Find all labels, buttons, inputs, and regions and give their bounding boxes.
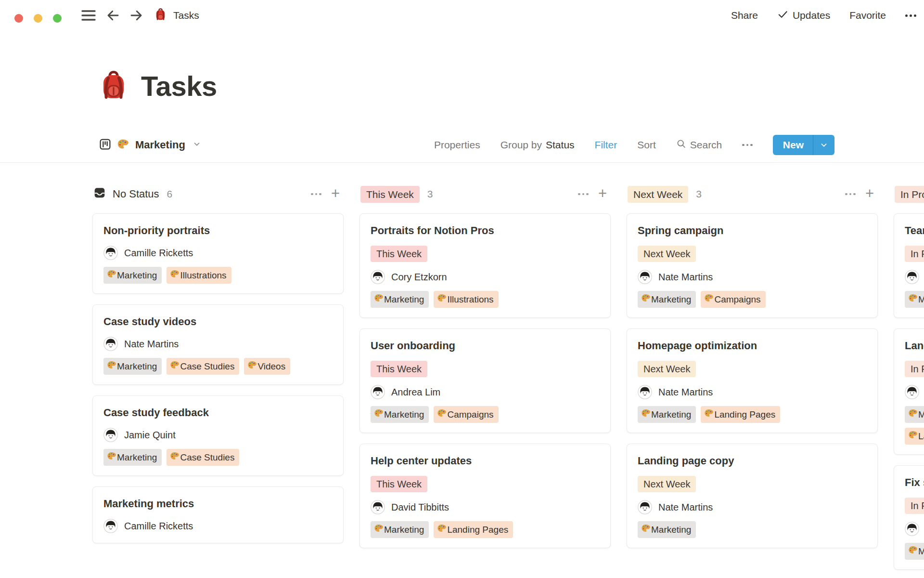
board-card[interactable]: Help center updatesThis WeekDavid Tibbit… — [359, 444, 611, 548]
tag-label: Marketing — [384, 409, 424, 420]
card-tags-row: MarketingLanding Pages — [371, 521, 600, 538]
column-status-pill[interactable]: Next Week — [628, 186, 688, 203]
group-by-button[interactable]: Group byStatus — [500, 139, 575, 151]
column-header: In Progress+ — [894, 185, 924, 203]
board-card[interactable]: Case study videosNate MartinsMarketingCa… — [92, 304, 344, 385]
board-card[interactable]: Non-priority portraitsCamille RickettsMa… — [92, 213, 344, 294]
page-title[interactable]: Tasks — [141, 70, 217, 102]
avatar — [371, 270, 385, 284]
column-cards: Spring campaignNext WeekNate MartinsMark… — [627, 213, 878, 548]
add-card-button[interactable]: + — [331, 186, 340, 201]
tag: Marketing — [638, 406, 696, 423]
palette-icon — [170, 269, 179, 281]
page-backpack-icon[interactable] — [98, 69, 129, 102]
card-title: Case study feedback — [103, 406, 333, 420]
status-tag: In Progress — [905, 498, 924, 514]
tag-label: Illustrations — [447, 294, 493, 305]
tag: Marketing — [905, 406, 924, 423]
card-tags-row: Marketing — [905, 291, 924, 308]
column-actions: + — [311, 187, 340, 201]
zoom-window-button[interactable] — [53, 14, 62, 23]
board-card[interactable]: Portraits for Notion ProsThis WeekCory E… — [359, 213, 611, 318]
board-card[interactable]: LandIn ProgressCMarketingLanding Pages — [894, 328, 924, 455]
tag: Marketing — [371, 291, 429, 308]
view-toolbar: Marketing Properties Group byStatus Filt… — [99, 134, 834, 156]
card-status-row: Next Week — [638, 361, 867, 377]
status-tag: In Progress — [905, 246, 924, 262]
column-status-pill[interactable]: This Week — [360, 186, 420, 203]
tag: Marketing — [905, 543, 924, 560]
board-card[interactable]: TearIn ProgressDMarketing — [894, 213, 924, 318]
tag: Landing Pages — [905, 428, 924, 445]
filter-button[interactable]: Filter — [595, 139, 617, 151]
board-card[interactable]: Spring campaignNext WeekNate MartinsMark… — [627, 213, 878, 318]
favorite-button[interactable]: Favorite — [849, 10, 886, 21]
new-dropdown-chevron-icon[interactable] — [813, 135, 834, 155]
column-options-icon[interactable] — [845, 193, 856, 196]
column-header: No Status6+ — [92, 185, 344, 203]
card-tags-row: Marketing — [638, 521, 867, 538]
column-header: Next Week3+ — [627, 185, 878, 203]
more-options-icon[interactable] — [905, 14, 916, 17]
tag-label: Marketing — [651, 409, 691, 420]
person-name: Camille Ricketts — [124, 248, 193, 259]
kanban-board: No Status6+Non-priority portraitsCamille… — [92, 185, 924, 578]
board-card[interactable]: Landing page copyNext WeekNate MartinsMa… — [627, 444, 878, 548]
palette-icon — [107, 269, 116, 281]
board-card[interactable]: User onboardingThis WeekAndrea LimMarket… — [359, 328, 611, 433]
card-status-row: This Week — [371, 361, 600, 377]
board-card[interactable]: Homepage optimizationNext WeekNate Marti… — [627, 328, 878, 433]
column-actions: + — [845, 187, 874, 201]
person-name: Camille Ricketts — [124, 521, 193, 532]
board-card[interactable]: Marketing metricsCamille Ricketts — [92, 486, 344, 543]
card-person-row: D — [905, 270, 924, 284]
card-title: Tear — [905, 223, 924, 238]
breadcrumb[interactable]: Tasks — [154, 0, 199, 31]
properties-button[interactable]: Properties — [434, 139, 480, 151]
card-tags-row: MarketingLanding Pages — [638, 406, 867, 423]
tag-label: Landing Pages — [714, 409, 775, 420]
card-tags-row: MarketingCampaigns — [638, 291, 867, 308]
add-card-button[interactable]: + — [598, 186, 607, 201]
sort-button[interactable]: Sort — [637, 139, 656, 151]
check-icon — [777, 9, 788, 22]
palette-icon — [107, 451, 116, 463]
close-window-button[interactable] — [14, 14, 23, 23]
back-arrow-icon[interactable] — [106, 0, 120, 31]
column-options-icon[interactable] — [311, 193, 321, 196]
avatar — [103, 337, 118, 351]
avatar — [638, 500, 652, 514]
updates-button[interactable]: Updates — [777, 9, 830, 22]
sidebar-menu-icon[interactable] — [81, 0, 96, 31]
column-title-label: No Status — [113, 188, 159, 200]
status-tag: This Week — [371, 361, 427, 377]
search-button[interactable]: Search — [676, 139, 722, 151]
column-options-icon[interactable] — [578, 193, 589, 196]
new-button[interactable]: New — [773, 135, 834, 155]
add-card-button[interactable]: + — [865, 186, 874, 201]
card-tags-row: Marketing — [905, 543, 924, 560]
card-title: Case study videos — [103, 315, 333, 329]
card-title: Marketing metrics — [103, 497, 333, 511]
forward-arrow-icon[interactable] — [129, 0, 143, 31]
view-options-icon[interactable] — [742, 144, 753, 146]
board-card[interactable]: Case study feedbackJamie QuintMarketingC… — [92, 395, 344, 476]
card-tags-row: MarketingCase Studies — [103, 449, 333, 466]
column-title[interactable]: No Status — [93, 186, 159, 202]
board-card[interactable]: Fix sIn ProgressDMarketing — [894, 465, 924, 570]
column-status-pill[interactable]: In Progress — [895, 186, 924, 203]
column-cards: Non-priority portraitsCamille RickettsMa… — [92, 213, 344, 543]
card-tags-row: MarketingLanding Pages — [905, 406, 924, 445]
card-tags-row: MarketingCase StudiesVideos — [103, 358, 333, 375]
view-switcher[interactable]: Marketing — [99, 138, 201, 153]
tag: Case Studies — [167, 449, 239, 466]
card-status-row: This Week — [371, 246, 600, 262]
card-status-row: Next Week — [638, 246, 867, 262]
tag: Marketing — [638, 291, 696, 308]
tag-label: Landing Pages — [918, 431, 924, 442]
share-button[interactable]: Share — [731, 10, 758, 21]
tag: Landing Pages — [434, 521, 513, 538]
tag: Campaigns — [434, 406, 498, 423]
avatar — [103, 246, 118, 260]
minimize-window-button[interactable] — [34, 14, 42, 23]
